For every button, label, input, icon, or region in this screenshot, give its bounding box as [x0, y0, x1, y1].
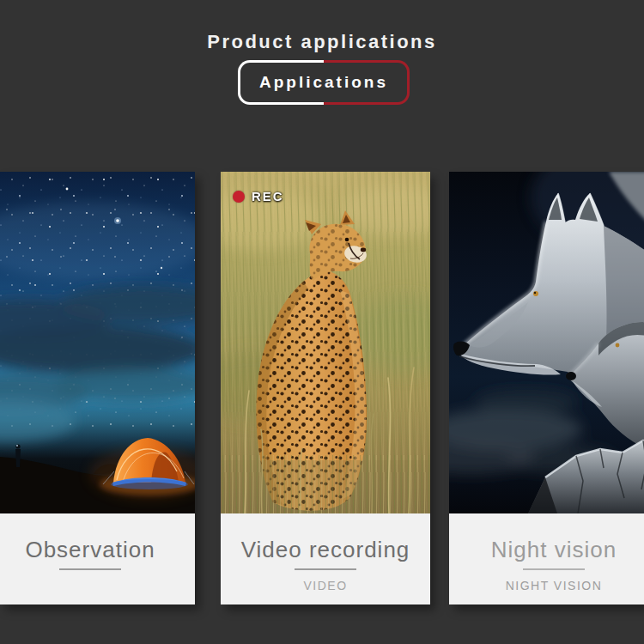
camper-silhouette: [15, 444, 21, 467]
card-footer: Night vision NIGHT VISION: [449, 513, 644, 605]
card-night-vision: Night vision NIGHT VISION: [449, 172, 644, 605]
card-observation-inner: Observation: [0, 172, 195, 605]
title-underline: [523, 568, 585, 570]
card-subtitle-video: VIDEO: [221, 579, 430, 592]
cheetah-illustration: [221, 172, 430, 513]
card-title-video-recording: Video recording: [221, 538, 430, 562]
card-video-recording: REC Video recording VIDEO: [221, 172, 430, 605]
title-underline: [295, 568, 356, 570]
title-underline: [59, 568, 121, 570]
page-title: Product applications: [0, 31, 644, 53]
card-title-night-vision: Night vision: [449, 538, 644, 562]
applications-badge-label: Applications: [259, 73, 388, 92]
card-footer: Video recording VIDEO: [221, 513, 430, 605]
rec-dot-icon: [233, 191, 245, 203]
card-subtitle-night-vision: NIGHT VISION: [449, 579, 644, 592]
applications-badge-inner: Applications: [240, 63, 407, 102]
card-title-observation: Observation: [0, 538, 195, 562]
cards-row: Observation: [0, 172, 644, 605]
product-applications-section: Product applications Applications: [0, 0, 644, 644]
video-recording-photo: REC: [221, 172, 430, 513]
observation-photo: [0, 172, 195, 513]
card-observation: Observation: [0, 172, 195, 605]
card-video-recording-inner: REC Video recording VIDEO: [221, 172, 430, 605]
night-vision-photo: [449, 172, 644, 513]
rec-label: REC: [252, 189, 284, 204]
card-night-vision-inner: Night vision NIGHT VISION: [449, 172, 644, 605]
applications-badge[interactable]: Applications: [238, 60, 410, 105]
wolves-illustration: [449, 172, 644, 513]
night-camp-illustration: [0, 172, 195, 513]
rec-indicator: REC: [233, 189, 284, 204]
card-footer: Observation: [0, 513, 195, 605]
